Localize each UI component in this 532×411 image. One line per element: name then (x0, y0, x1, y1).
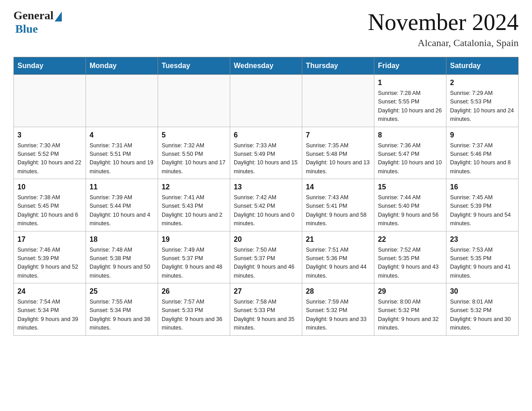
day-number: 1 (378, 77, 442, 88)
day-info: Sunrise: 7:44 AM Sunset: 5:40 PM Dayligh… (378, 193, 442, 228)
calendar-cell: 13Sunrise: 7:42 AM Sunset: 5:42 PM Dayli… (230, 179, 302, 231)
calendar-cell (14, 75, 86, 127)
day-info: Sunrise: 7:52 AM Sunset: 5:35 PM Dayligh… (378, 246, 442, 281)
calendar-week-row: 10Sunrise: 7:38 AM Sunset: 5:45 PM Dayli… (14, 179, 519, 231)
day-number: 28 (306, 286, 370, 297)
day-number: 19 (162, 234, 226, 245)
day-info: Sunrise: 7:55 AM Sunset: 5:34 PM Dayligh… (90, 298, 154, 333)
day-info: Sunrise: 7:37 AM Sunset: 5:46 PM Dayligh… (450, 141, 515, 176)
calendar-cell: 28Sunrise: 7:59 AM Sunset: 5:32 PM Dayli… (302, 283, 374, 336)
column-header-thursday: Thursday (302, 57, 374, 75)
calendar-cell: 3Sunrise: 7:30 AM Sunset: 5:52 PM Daylig… (14, 127, 86, 179)
calendar-cell: 1Sunrise: 7:28 AM Sunset: 5:55 PM Daylig… (374, 75, 446, 127)
day-number: 12 (162, 182, 226, 193)
day-number: 23 (450, 234, 515, 245)
calendar-cell: 27Sunrise: 7:58 AM Sunset: 5:33 PM Dayli… (230, 283, 302, 336)
day-number: 22 (378, 234, 442, 245)
day-info: Sunrise: 7:32 AM Sunset: 5:50 PM Dayligh… (162, 141, 226, 176)
calendar-cell: 19Sunrise: 7:49 AM Sunset: 5:37 PM Dayli… (158, 231, 230, 283)
day-info: Sunrise: 7:35 AM Sunset: 5:48 PM Dayligh… (306, 141, 370, 176)
day-number: 13 (234, 182, 298, 193)
day-info: Sunrise: 7:45 AM Sunset: 5:39 PM Dayligh… (450, 193, 515, 228)
calendar-cell (302, 75, 374, 127)
day-number: 11 (90, 182, 154, 193)
day-info: Sunrise: 7:43 AM Sunset: 5:41 PM Dayligh… (306, 193, 370, 228)
calendar-subtitle: Alcanar, Catalonia, Spain (368, 37, 519, 49)
day-info: Sunrise: 7:53 AM Sunset: 5:35 PM Dayligh… (450, 246, 515, 281)
day-number: 5 (162, 130, 226, 141)
day-info: Sunrise: 7:38 AM Sunset: 5:45 PM Dayligh… (17, 193, 82, 228)
calendar-cell: 30Sunrise: 8:01 AM Sunset: 5:32 PM Dayli… (446, 283, 519, 336)
calendar-cell: 11Sunrise: 7:39 AM Sunset: 5:44 PM Dayli… (86, 179, 158, 231)
day-info: Sunrise: 7:31 AM Sunset: 5:51 PM Dayligh… (90, 141, 154, 176)
calendar-cell: 16Sunrise: 7:45 AM Sunset: 5:39 PM Dayli… (446, 179, 519, 231)
logo: General Blue (13, 9, 62, 36)
calendar-title: November 2024 (368, 9, 519, 35)
calendar-cell: 17Sunrise: 7:46 AM Sunset: 5:39 PM Dayli… (14, 231, 86, 283)
day-number: 25 (90, 286, 154, 297)
calendar-cell: 18Sunrise: 7:48 AM Sunset: 5:38 PM Dayli… (86, 231, 158, 283)
calendar-cell: 4Sunrise: 7:31 AM Sunset: 5:51 PM Daylig… (86, 127, 158, 179)
column-header-monday: Monday (86, 57, 158, 75)
column-header-sunday: Sunday (14, 57, 86, 75)
calendar-cell: 20Sunrise: 7:50 AM Sunset: 5:37 PM Dayli… (230, 231, 302, 283)
day-info: Sunrise: 8:01 AM Sunset: 5:32 PM Dayligh… (450, 298, 515, 333)
calendar-cell: 10Sunrise: 7:38 AM Sunset: 5:45 PM Dayli… (14, 179, 86, 231)
title-area: November 2024 Alcanar, Catalonia, Spain (368, 9, 519, 49)
day-info: Sunrise: 7:59 AM Sunset: 5:32 PM Dayligh… (306, 298, 370, 333)
calendar-week-row: 1Sunrise: 7:28 AM Sunset: 5:55 PM Daylig… (14, 75, 519, 127)
calendar-week-row: 24Sunrise: 7:54 AM Sunset: 5:34 PM Dayli… (14, 283, 519, 336)
calendar-cell: 2Sunrise: 7:29 AM Sunset: 5:53 PM Daylig… (446, 75, 519, 127)
day-number: 8 (378, 130, 442, 141)
day-number: 4 (90, 130, 154, 141)
calendar-cell: 22Sunrise: 7:52 AM Sunset: 5:35 PM Dayli… (374, 231, 446, 283)
day-number: 26 (162, 286, 226, 297)
logo-general-text: General (13, 9, 54, 22)
calendar-cell: 15Sunrise: 7:44 AM Sunset: 5:40 PM Dayli… (374, 179, 446, 231)
calendar-cell: 8Sunrise: 7:36 AM Sunset: 5:47 PM Daylig… (374, 127, 446, 179)
calendar-cell: 14Sunrise: 7:43 AM Sunset: 5:41 PM Dayli… (302, 179, 374, 231)
day-info: Sunrise: 8:00 AM Sunset: 5:32 PM Dayligh… (378, 298, 442, 333)
calendar-cell: 5Sunrise: 7:32 AM Sunset: 5:50 PM Daylig… (158, 127, 230, 179)
day-info: Sunrise: 7:29 AM Sunset: 5:53 PM Dayligh… (450, 89, 515, 124)
calendar-week-row: 17Sunrise: 7:46 AM Sunset: 5:39 PM Dayli… (14, 231, 519, 283)
day-info: Sunrise: 7:41 AM Sunset: 5:43 PM Dayligh… (162, 193, 226, 228)
day-info: Sunrise: 7:50 AM Sunset: 5:37 PM Dayligh… (234, 246, 298, 281)
day-number: 2 (450, 77, 515, 88)
day-number: 17 (17, 234, 82, 245)
calendar-cell: 26Sunrise: 7:57 AM Sunset: 5:33 PM Dayli… (158, 283, 230, 336)
calendar-cell: 29Sunrise: 8:00 AM Sunset: 5:32 PM Dayli… (374, 283, 446, 336)
day-info: Sunrise: 7:46 AM Sunset: 5:39 PM Dayligh… (17, 246, 82, 281)
calendar-cell (86, 75, 158, 127)
day-number: 18 (90, 234, 154, 245)
day-info: Sunrise: 7:57 AM Sunset: 5:33 PM Dayligh… (162, 298, 226, 333)
day-number: 21 (306, 234, 370, 245)
day-info: Sunrise: 7:28 AM Sunset: 5:55 PM Dayligh… (378, 89, 442, 124)
day-number: 14 (306, 182, 370, 193)
day-number: 27 (234, 286, 298, 297)
day-number: 16 (450, 182, 515, 193)
calendar-cell: 9Sunrise: 7:37 AM Sunset: 5:46 PM Daylig… (446, 127, 519, 179)
day-info: Sunrise: 7:30 AM Sunset: 5:52 PM Dayligh… (17, 141, 82, 176)
day-number: 6 (234, 130, 298, 141)
day-number: 30 (450, 286, 515, 297)
calendar-cell: 24Sunrise: 7:54 AM Sunset: 5:34 PM Dayli… (14, 283, 86, 336)
day-info: Sunrise: 7:42 AM Sunset: 5:42 PM Dayligh… (234, 193, 298, 228)
column-header-friday: Friday (374, 57, 446, 75)
calendar-header-row: SundayMondayTuesdayWednesdayThursdayFrid… (14, 57, 519, 75)
day-number: 20 (234, 234, 298, 245)
day-number: 24 (17, 286, 82, 297)
column-header-saturday: Saturday (446, 57, 519, 75)
day-number: 15 (378, 182, 442, 193)
calendar-cell (158, 75, 230, 127)
calendar-cell (230, 75, 302, 127)
calendar-cell: 25Sunrise: 7:55 AM Sunset: 5:34 PM Dayli… (86, 283, 158, 336)
day-info: Sunrise: 7:51 AM Sunset: 5:36 PM Dayligh… (306, 246, 370, 281)
calendar-cell: 7Sunrise: 7:35 AM Sunset: 5:48 PM Daylig… (302, 127, 374, 179)
calendar-table: SundayMondayTuesdayWednesdayThursdayFrid… (13, 57, 519, 336)
calendar-cell: 23Sunrise: 7:53 AM Sunset: 5:35 PM Dayli… (446, 231, 519, 283)
day-info: Sunrise: 7:54 AM Sunset: 5:34 PM Dayligh… (17, 298, 82, 333)
day-number: 9 (450, 130, 515, 141)
calendar-cell: 6Sunrise: 7:33 AM Sunset: 5:49 PM Daylig… (230, 127, 302, 179)
day-info: Sunrise: 7:39 AM Sunset: 5:44 PM Dayligh… (90, 193, 154, 228)
